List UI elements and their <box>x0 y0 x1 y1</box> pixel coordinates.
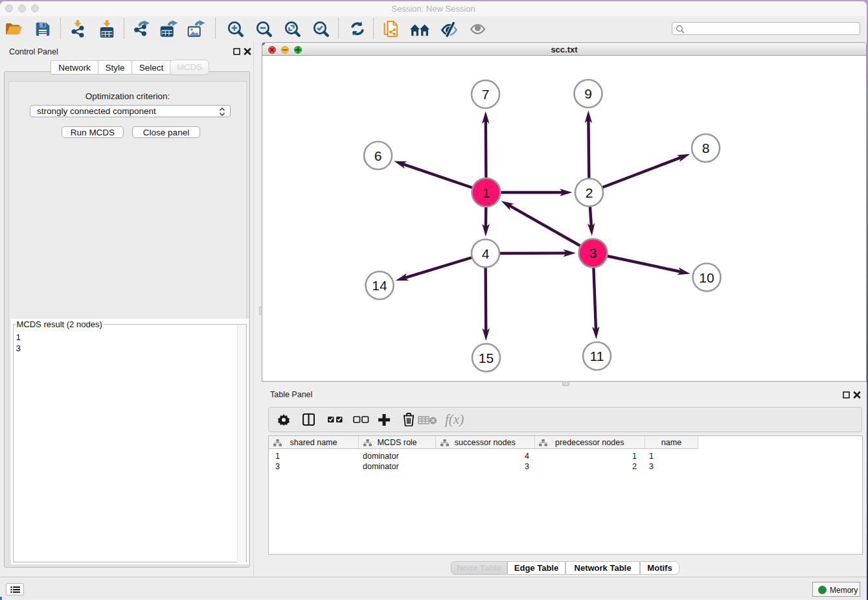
svg-text:14: 14 <box>372 278 387 293</box>
svg-text:7: 7 <box>482 87 490 102</box>
svg-text:1: 1 <box>483 185 490 200</box>
svg-text:15: 15 <box>479 351 494 365</box>
svg-text:10: 10 <box>699 270 714 285</box>
svg-text:8: 8 <box>702 141 710 156</box>
svg-text:6: 6 <box>374 148 382 163</box>
svg-text:2: 2 <box>586 185 593 200</box>
svg-text:11: 11 <box>590 349 604 363</box>
svg-text:9: 9 <box>584 86 592 101</box>
svg-text:4: 4 <box>482 246 490 261</box>
svg-text:3: 3 <box>589 246 597 260</box>
